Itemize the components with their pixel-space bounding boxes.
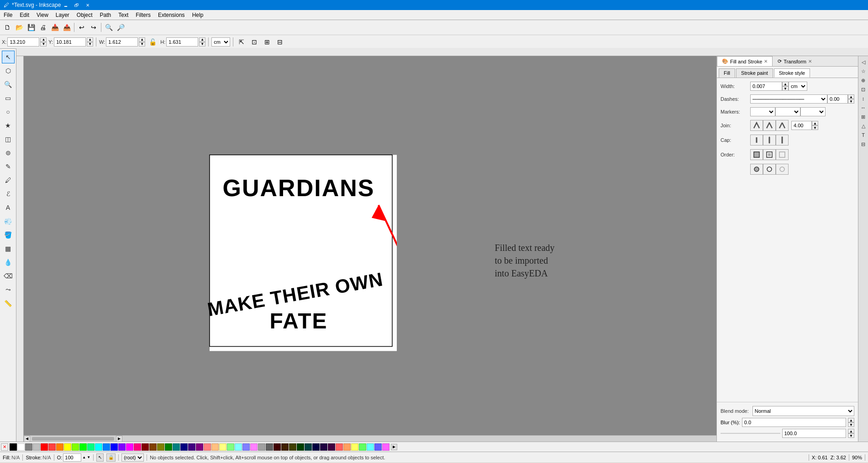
- color-swatch-32[interactable]: [258, 443, 265, 451]
- color-swatch-23[interactable]: [188, 443, 195, 451]
- color-swatch-40[interactable]: [320, 443, 327, 451]
- color-swatch-22[interactable]: [180, 443, 188, 451]
- fill-stroke-close[interactable]: ✕: [764, 59, 768, 64]
- toolbar1-btn-4[interactable]: 📥: [49, 22, 60, 33]
- join-miter-btn[interactable]: [750, 120, 763, 131]
- opacity-down[interactable]: ▼: [848, 433, 854, 438]
- color-swatch-36[interactable]: [289, 443, 296, 451]
- transform-btn4[interactable]: ⊟: [274, 36, 285, 47]
- color-swatch-48[interactable]: [382, 443, 389, 451]
- color-swatch-3[interactable]: [33, 443, 40, 451]
- color-swatch-15[interactable]: [126, 443, 133, 451]
- color-swatch-29[interactable]: [235, 443, 242, 451]
- menu-item-filters[interactable]: Filters: [132, 10, 154, 20]
- toolbar1-btn-3[interactable]: 🖨: [37, 22, 48, 33]
- x-up[interactable]: ▲: [40, 37, 47, 42]
- color-swatch-16[interactable]: [134, 443, 141, 451]
- blend-mode-select[interactable]: Normal Multiply Screen Overlay: [752, 406, 854, 416]
- tool-node[interactable]: ⬡: [2, 64, 15, 77]
- strip-btn2[interactable]: ☆: [859, 67, 868, 75]
- opacity-stepper-up[interactable]: ▲: [82, 455, 86, 459]
- color-swatch-17[interactable]: [142, 443, 149, 451]
- tab-fill-stroke[interactable]: 🎨 Fill and Stroke ✕: [717, 56, 773, 66]
- color-swatch-27[interactable]: [219, 443, 226, 451]
- no-color-swatch[interactable]: ✕: [1, 443, 8, 451]
- color-swatch-9[interactable]: [79, 443, 87, 451]
- menu-item-extensions[interactable]: Extensions: [154, 10, 189, 20]
- dashes-down[interactable]: ▼: [848, 99, 854, 104]
- tool-text[interactable]: A: [2, 201, 15, 214]
- color-swatch-25[interactable]: [204, 443, 211, 451]
- dashes-value-input[interactable]: [827, 94, 848, 104]
- color-swatch-31[interactable]: [250, 443, 258, 451]
- blur-input[interactable]: [742, 418, 846, 427]
- w-up[interactable]: ▲: [139, 37, 145, 42]
- toolbar1-btn-11[interactable]: 🔎: [115, 22, 126, 33]
- tool-fill[interactable]: 🪣: [2, 229, 15, 241]
- toolbar1-btn-2[interactable]: 💾: [26, 22, 37, 33]
- menu-item-edit[interactable]: Edit: [16, 10, 33, 20]
- marker-end-select[interactable]: [800, 107, 826, 116]
- order-btn1[interactable]: [750, 149, 763, 160]
- minimize-button[interactable]: 🗕: [61, 1, 71, 9]
- color-swatch-0[interactable]: [10, 443, 17, 451]
- x-input[interactable]: [7, 37, 39, 47]
- marker-mid-select[interactable]: [775, 107, 800, 116]
- w-input[interactable]: [106, 37, 138, 47]
- y-down[interactable]: ▼: [87, 42, 93, 47]
- color-swatch-8[interactable]: [72, 443, 79, 451]
- tool-gradient[interactable]: ▦: [2, 242, 15, 255]
- color-swatch-33[interactable]: [266, 443, 273, 451]
- color-swatch-47[interactable]: [374, 443, 382, 451]
- y-input[interactable]: [54, 37, 86, 47]
- dashes-up[interactable]: ▲: [848, 94, 854, 99]
- tool-eraser[interactable]: ⌫: [2, 270, 15, 282]
- opacity-up[interactable]: ▲: [848, 429, 854, 433]
- tool-eyedropper[interactable]: 💧: [2, 256, 15, 269]
- join-round-btn[interactable]: [763, 120, 776, 131]
- color-swatch-45[interactable]: [359, 443, 366, 451]
- color-swatch-44[interactable]: [351, 443, 358, 451]
- toolbar1-btn-1[interactable]: 📂: [14, 22, 25, 33]
- tool-pen[interactable]: 🖊: [2, 174, 15, 187]
- menu-item-view[interactable]: View: [33, 10, 52, 20]
- color-swatch-26[interactable]: [211, 443, 219, 451]
- opacity-input[interactable]: [782, 429, 847, 438]
- root-select[interactable]: (root): [121, 453, 144, 462]
- order-btn4[interactable]: [750, 164, 763, 175]
- color-swatch-21[interactable]: [173, 443, 180, 451]
- strip-btn1[interactable]: ◁: [859, 58, 868, 66]
- color-swatch-19[interactable]: [157, 443, 164, 451]
- order-btn5[interactable]: [763, 164, 776, 175]
- lock-proportions-icon[interactable]: 🔓: [147, 38, 158, 46]
- dashes-select[interactable]: ──────────── - - - - - -: [750, 94, 827, 104]
- order-btn3[interactable]: [776, 149, 789, 160]
- color-swatch-5[interactable]: [48, 443, 56, 451]
- blur-down[interactable]: ▼: [848, 422, 854, 427]
- tool-star[interactable]: ★: [2, 119, 15, 132]
- opacity-status-input[interactable]: [63, 453, 81, 462]
- subtab-stroke-style[interactable]: Stroke style: [774, 68, 810, 78]
- toolbar1-btn-10[interactable]: 🔍: [103, 22, 114, 33]
- color-swatch-12[interactable]: [103, 443, 110, 451]
- canvas-area[interactable]: GUARDIANS MAKE THEIR OWN FATE: [24, 56, 716, 442]
- tool-select[interactable]: ↖: [2, 51, 15, 63]
- menu-item-file[interactable]: File: [0, 10, 16, 20]
- strip-btn6[interactable]: ↔: [859, 104, 868, 112]
- tool-spiral[interactable]: ⊚: [2, 146, 15, 159]
- transform-btn1[interactable]: ⇱: [236, 36, 247, 47]
- color-swatch-46[interactable]: [367, 443, 374, 451]
- color-swatch-10[interactable]: [87, 443, 95, 451]
- color-swatch-4[interactable]: [41, 443, 48, 451]
- color-swatch-14[interactable]: [118, 443, 126, 451]
- h-input[interactable]: [166, 37, 198, 47]
- strip-btn5[interactable]: ↕: [859, 94, 868, 103]
- cap-butt-btn[interactable]: [750, 135, 763, 146]
- color-swatch-41[interactable]: [328, 443, 335, 451]
- strip-btn3[interactable]: ⊕: [859, 76, 868, 84]
- join-value-input[interactable]: [791, 121, 812, 130]
- w-down[interactable]: ▼: [139, 42, 145, 47]
- color-swatch-13[interactable]: [110, 443, 118, 451]
- strip-btn10[interactable]: ⊟: [859, 140, 868, 148]
- color-swatch-35[interactable]: [281, 443, 289, 451]
